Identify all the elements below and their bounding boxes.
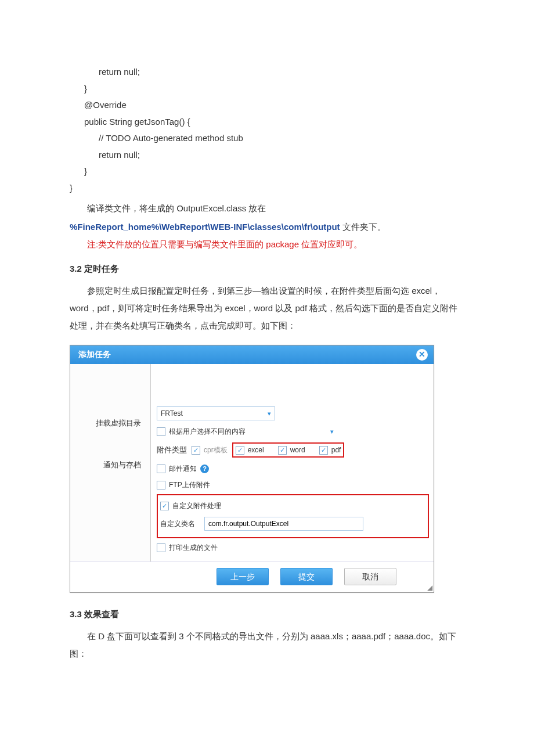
add-task-dialog: 添加任务 ✕ 挂载虚拟目录 通知与存档 FRTest ▾ 根据用户 [70, 345, 434, 593]
chevron-down-icon[interactable]: ▾ [330, 427, 334, 437]
label-notify: 通知与存档 [70, 456, 146, 476]
label-attach-type: 附件类型 [157, 444, 187, 456]
label-excel: excel [248, 445, 264, 455]
classpath-suffix: 文件夹下。 [342, 222, 386, 232]
cancel-button[interactable]: 取消 [344, 568, 396, 585]
note-line: 注:类文件放的位置只需要与编写类文件里面的 package 位置对应即可。 [87, 236, 464, 253]
dialog-left-column: 挂载虚拟目录 通知与存档 [70, 364, 151, 561]
heading-3-3: 3.3 效果查看 [70, 606, 464, 623]
label-word: word [290, 445, 305, 455]
label-ftp: FTP上传附件 [169, 480, 210, 490]
label-mail: 邮件通知 [169, 463, 197, 474]
label-userchoose: 根据用户选择不同的内容 [169, 426, 246, 437]
dialog-right-column: FRTest ▾ 根据用户选择不同的内容 ▾ 附件类型 ✓ cpr模板 [151, 364, 434, 561]
paragraph-steps: 参照定时生成日报配置定时任务，到第三步—输出设置的时候，在附件类型后面勾选 ex… [70, 282, 464, 334]
resize-icon[interactable]: ◢ [427, 584, 432, 591]
custom-class-input[interactable] [204, 517, 363, 531]
highlight-formats: ✓ excel ✓ word ✓ pdf [232, 442, 345, 458]
label-custom: 自定义附件处理 [172, 501, 221, 511]
chevron-down-icon: ▾ [268, 409, 271, 419]
checkbox-pdf[interactable]: ✓ [319, 446, 328, 455]
checkbox-print[interactable] [157, 543, 165, 552]
label-vdir: 挂载虚拟目录 [70, 414, 146, 434]
vdir-combo[interactable]: FRTest ▾ [157, 406, 275, 420]
checkbox-ftp[interactable] [157, 481, 165, 489]
close-icon[interactable]: ✕ [416, 349, 428, 361]
label-cpr: cpr模板 [204, 445, 228, 455]
paragraph-compile: 编译类文件，将生成的 OutputExcel.class 放在 [70, 200, 464, 217]
dialog-footer: 上一步 提交 取消 [70, 561, 434, 592]
paragraph-result: 在 D 盘下面可以查看到 3 个不同格式的导出文件，分别为 aaaa.xls；a… [70, 628, 464, 663]
submit-button[interactable]: 提交 [280, 568, 333, 585]
help-icon[interactable]: ? [200, 465, 209, 473]
checkbox-mail[interactable] [157, 465, 165, 473]
dialog-title: 添加任务 [78, 349, 111, 361]
code-block: return null; } @Override public String g… [70, 64, 464, 196]
label-pdf: pdf [331, 445, 341, 455]
classpath-line: %FineReport_home%\WebReport\WEB-INF\clas… [70, 218, 464, 236]
highlight-custom: ✓ 自定义附件处理 自定义类名 [157, 494, 429, 538]
checkbox-custom[interactable]: ✓ [160, 502, 169, 510]
checkbox-userchoose[interactable] [157, 427, 165, 436]
checkbox-word[interactable]: ✓ [278, 446, 287, 455]
vdir-combo-value: FRTest [161, 408, 183, 419]
heading-3-2: 3.2 定时任务 [70, 260, 464, 278]
label-print: 打印生成的文件 [169, 542, 218, 553]
checkbox-excel[interactable]: ✓ [236, 446, 244, 455]
checkbox-cpr[interactable]: ✓ [192, 446, 200, 455]
label-custom-class: 自定义类名 [160, 519, 195, 529]
prev-button[interactable]: 上一步 [217, 568, 269, 585]
dialog-titlebar: 添加任务 ✕ [70, 345, 434, 364]
classpath: %FineReport_home%\WebReport\WEB-INF\clas… [70, 222, 340, 232]
